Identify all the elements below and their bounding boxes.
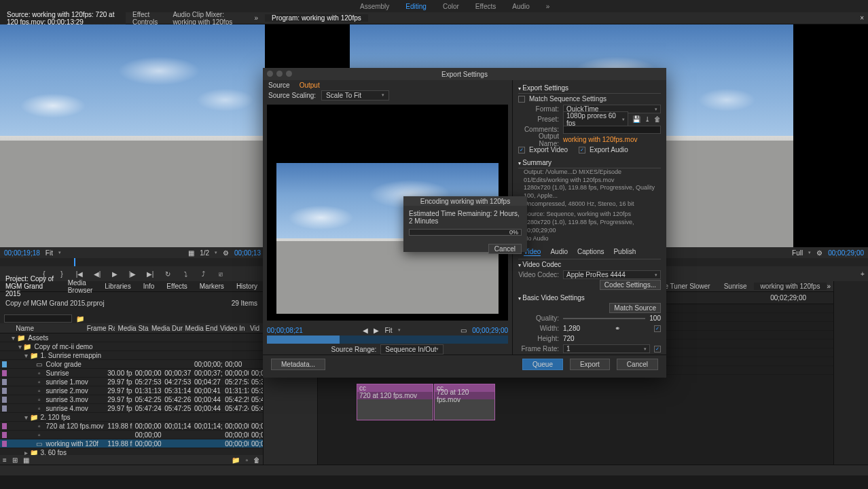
tab-more[interactable]: » bbox=[546, 3, 550, 10]
source-tc-in[interactable]: 00;00;19;18 bbox=[4, 249, 40, 257]
history-tab[interactable]: History bbox=[236, 283, 257, 290]
project-item[interactable]: ▫sunrise 3.mov29.97 fps05:42:25:1805:42:… bbox=[0, 395, 263, 404]
audio-tab[interactable]: Audio bbox=[550, 248, 568, 256]
link-icon[interactable]: ⚭ bbox=[615, 325, 620, 332]
source-tab[interactable]: Source: working with 120fps: 720 at 120 … bbox=[0, 11, 126, 26]
new-item-icon[interactable]: ▫ bbox=[245, 456, 248, 464]
trash-icon[interactable]: 🗑 bbox=[253, 456, 260, 464]
basic-video-header[interactable]: Basic Video Settings bbox=[518, 293, 661, 303]
close-icon[interactable]: × bbox=[860, 14, 864, 22]
program-tab[interactable]: Program: working with 120fps bbox=[265, 14, 368, 22]
audio-clip-mixer-tab[interactable]: Audio Clip Mixer: working with 120fps bbox=[166, 11, 247, 26]
markers-tab[interactable]: Markers bbox=[200, 283, 224, 290]
delete-preset-icon[interactable]: 🗑 bbox=[654, 115, 661, 123]
source-viewport[interactable] bbox=[0, 24, 265, 247]
safe-margins-icon[interactable]: ▦ bbox=[188, 249, 194, 257]
project-item[interactable]: ▫Sunrise30.00 fps00;00;00;0000;00;37;020… bbox=[0, 369, 263, 378]
program-fit-dropdown[interactable]: Full bbox=[792, 249, 803, 257]
project-item[interactable]: ▸📁3. 60 fps bbox=[0, 448, 263, 455]
col-framerate[interactable]: Frame Rate bbox=[84, 325, 115, 332]
export-scrubber[interactable] bbox=[267, 336, 508, 344]
comments-input[interactable] bbox=[563, 126, 661, 134]
settings-icon[interactable]: ⚙ bbox=[816, 249, 822, 257]
col-media-start[interactable]: Media Start bbox=[115, 325, 149, 332]
timeline-tab-sunrise[interactable]: Sunrise bbox=[717, 283, 754, 290]
loop-button[interactable]: ↻ bbox=[162, 269, 173, 278]
export-video-checkbox[interactable] bbox=[518, 147, 525, 153]
export-audio-checkbox[interactable] bbox=[579, 147, 585, 153]
tab-assembly[interactable]: Assembly bbox=[360, 3, 389, 10]
play-button[interactable]: ▶ bbox=[109, 269, 120, 278]
source-range-dropdown[interactable]: Sequence In/Out▾ bbox=[380, 344, 444, 355]
source-tab[interactable]: Source bbox=[268, 82, 290, 89]
tab-effects[interactable]: Effects bbox=[475, 3, 496, 10]
export-button[interactable]: Export bbox=[570, 359, 610, 370]
queue-button[interactable]: Queue bbox=[522, 359, 563, 370]
video-codec-header[interactable]: Video Codec bbox=[518, 259, 661, 270]
match-width-checkbox[interactable] bbox=[654, 325, 661, 332]
cancel-button[interactable]: Cancel bbox=[617, 359, 658, 370]
mark-out-button[interactable]: } bbox=[56, 269, 67, 278]
tab-editing[interactable]: Editing bbox=[405, 3, 427, 10]
project-item[interactable]: ▾📁Copy of mc-ii demo bbox=[0, 342, 263, 351]
metadata-button[interactable]: Metadata... bbox=[271, 359, 325, 370]
step-back-icon[interactable]: ◀ bbox=[363, 327, 368, 334]
summary-header[interactable]: Summary bbox=[518, 158, 661, 168]
libraries-tab[interactable]: Libraries bbox=[105, 283, 130, 290]
width-input[interactable]: 1,280 bbox=[563, 325, 580, 332]
export-tc-in[interactable]: 00;00;08;21 bbox=[267, 327, 303, 334]
project-item[interactable]: ▾📁2. 120 fps bbox=[0, 413, 263, 422]
overwrite-button[interactable]: ⤴ bbox=[198, 269, 209, 278]
captions-tab[interactable]: Captions bbox=[577, 248, 604, 256]
match-source-button[interactable]: Match Source bbox=[609, 303, 661, 313]
step-back-button[interactable]: ◀| bbox=[92, 269, 103, 278]
match-fr-checkbox[interactable] bbox=[654, 346, 661, 352]
save-preset-icon[interactable]: 💾 bbox=[632, 115, 640, 123]
aspect-icon[interactable]: ▭ bbox=[460, 327, 467, 334]
video-codec-dropdown[interactable]: Apple ProRes 4444▾ bbox=[563, 270, 661, 279]
overflow-icon[interactable]: » bbox=[827, 283, 831, 290]
project-item[interactable]: ▫sunrise 1.mov29.97 fps05:27:53:1804:27:… bbox=[0, 378, 263, 386]
publish-tab[interactable]: Publish bbox=[613, 248, 636, 256]
framerate-dropdown[interactable]: 1▾ bbox=[563, 344, 650, 353]
codec-settings-button[interactable]: Codec Settings... bbox=[600, 280, 661, 290]
tab-color[interactable]: Color bbox=[443, 3, 459, 10]
export-settings-header[interactable]: Export Settings bbox=[518, 83, 661, 94]
quality-slider[interactable] bbox=[563, 318, 645, 319]
project-search-input[interactable] bbox=[4, 314, 72, 323]
timeline-tab-working[interactable]: working with 120fps bbox=[754, 283, 827, 290]
encoding-cancel-button[interactable]: Cancel bbox=[488, 244, 522, 254]
more-tab[interactable]: » bbox=[247, 14, 265, 22]
source-scrubber[interactable] bbox=[0, 258, 265, 266]
match-sequence-checkbox[interactable] bbox=[518, 96, 525, 103]
effects-tab[interactable]: Effects bbox=[166, 283, 187, 290]
import-preset-icon[interactable]: ⤓ bbox=[645, 115, 650, 123]
output-name-link[interactable]: working with 120fps.mov bbox=[563, 136, 638, 143]
col-video-out[interactable]: Vid bbox=[247, 325, 263, 332]
settings-icon[interactable]: ⚙ bbox=[223, 249, 229, 257]
source-scaling-dropdown[interactable]: Scale To Fit▾ bbox=[321, 90, 389, 101]
project-item[interactable]: ▫sunrise 4.mov29.97 fps05:47:24:2805:47:… bbox=[0, 404, 263, 413]
step-fwd-button[interactable]: |▶ bbox=[127, 269, 138, 278]
output-tab[interactable]: Output bbox=[300, 82, 320, 89]
project-item[interactable]: ▫720 at 120 fps.mov119.88 fps00;00;00;00… bbox=[0, 422, 263, 431]
col-video-in[interactable]: Video In Point bbox=[217, 325, 247, 332]
export-fit-dropdown[interactable]: Fit bbox=[384, 327, 392, 334]
source-res-dropdown[interactable]: 1/2 bbox=[200, 249, 209, 257]
info-tab[interactable]: Info bbox=[143, 283, 155, 290]
goto-out-button[interactable]: ▶| bbox=[145, 269, 156, 278]
project-item[interactable]: ▭Color grade00;00;00;0000;00 bbox=[0, 360, 263, 369]
tab-audio[interactable]: Audio bbox=[512, 3, 530, 10]
timeline-clip[interactable]: cc720 at 120 fps.mov bbox=[357, 384, 433, 420]
project-item[interactable]: ▾📁1. Sunrise remapping bbox=[0, 351, 263, 360]
new-bin-icon[interactable]: 📁 bbox=[232, 456, 240, 464]
insert-button[interactable]: ⤵ bbox=[180, 269, 191, 278]
icon-view-icon[interactable]: ⊞ bbox=[12, 456, 18, 464]
quality-value[interactable]: 100 bbox=[649, 314, 661, 322]
project-item[interactable]: ▾📁Assets bbox=[0, 333, 263, 342]
freeform-view-icon[interactable]: ▦ bbox=[23, 456, 29, 464]
list-view-icon[interactable]: ≡ bbox=[3, 456, 7, 464]
timeline-clip[interactable]: cc720 at 120 fps.mov bbox=[434, 384, 495, 420]
project-item[interactable]: ▫sunrise 2.mov29.97 fps01:31:13:3005:31:… bbox=[0, 386, 263, 395]
step-fwd-icon[interactable]: ▶ bbox=[374, 327, 379, 334]
